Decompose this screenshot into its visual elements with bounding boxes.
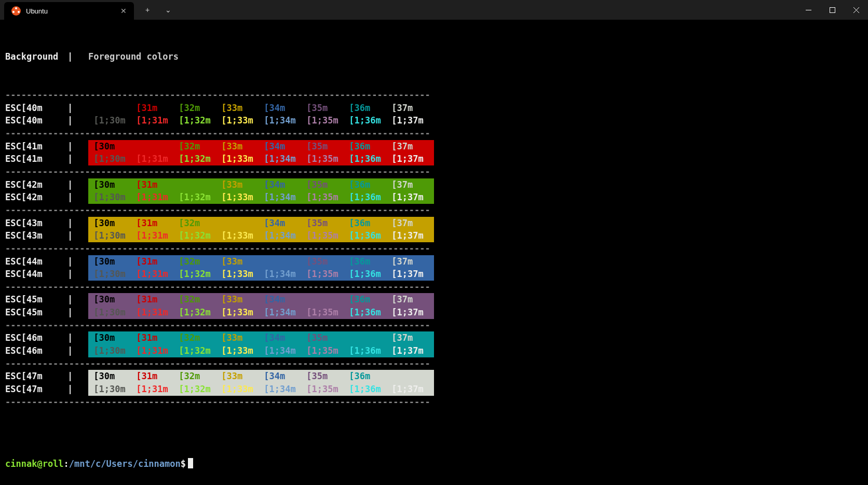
minimize-button[interactable] [796, 0, 820, 20]
fg-code-cell: [37m [391, 331, 434, 344]
new-tab-button[interactable]: + [137, 0, 158, 20]
row-separator: | [67, 229, 88, 242]
fg-code-cell: [35m [306, 255, 349, 268]
fg-code-cell: [1;31m [136, 344, 179, 357]
fg-code-cell: [1;36m [349, 383, 391, 396]
fg-code-cell: [34m [264, 331, 306, 344]
fg-code-cell [391, 370, 434, 383]
fg-code-cell: [30m [93, 140, 136, 153]
maximize-button[interactable] [820, 0, 844, 20]
bg-code-label: ESC[40m [5, 114, 67, 127]
color-strip: [1;30m [1;31m [1;32m [1;33m [1;34m [1;35… [88, 383, 434, 396]
fg-code-cell: [32m [179, 255, 221, 268]
fg-code-cell: [1;34m [264, 383, 306, 396]
divider: ----------------------------------------… [5, 357, 863, 370]
fg-code-cell: [1;33m [221, 306, 264, 319]
fg-code-cell: [31m [136, 370, 179, 383]
fg-code-cell: [36m [349, 293, 391, 306]
color-row: ESC[47m| [1;30m [1;31m [1;32m [1;33m [1;… [5, 383, 863, 396]
fg-code-cell: [1;34m [264, 344, 306, 357]
fg-code-cell: [36m [349, 370, 391, 383]
prompt-path: /mnt/c/Users/cinnamon [69, 459, 181, 469]
divider: ----------------------------------------… [5, 165, 863, 178]
fg-code-cell: [37m [391, 293, 434, 306]
color-row: ESC[43m| [30m [31m [32m [34m [35m [36m [… [5, 217, 863, 230]
row-separator: | [67, 153, 88, 165]
color-strip: [30m [31m [32m [33m [34m [35m [36m [88, 370, 434, 383]
close-button[interactable] [844, 0, 868, 20]
color-row: ESC[44m| [30m [31m [32m [33m [35m [36m [… [5, 255, 863, 268]
fg-code-cell: [1;37m [391, 114, 434, 127]
row-separator: | [67, 114, 88, 127]
fg-code-cell [306, 293, 349, 306]
color-row: ESC[40m| [1;30m [1;31m [1;32m [1;33m [1;… [5, 114, 863, 127]
fg-code-cell: [1;33m [221, 344, 264, 357]
fg-code-cell: [1;37m [391, 191, 434, 204]
fg-code-cell: [36m [349, 140, 391, 153]
divider: ----------------------------------------… [5, 281, 863, 294]
color-row: ESC[46m| [1;30m [1;31m [1;32m [1;33m [1;… [5, 344, 863, 357]
fg-code-cell [349, 331, 391, 344]
fg-code-cell: [35m [306, 140, 349, 153]
header-foreground-label: Foreground colors [88, 50, 179, 63]
fg-code-cell: [1;34m [264, 191, 306, 204]
color-strip: [1;30m [1;31m [1;32m [1;33m [1;34m [1;35… [88, 114, 434, 127]
bg-code-label: ESC[42m [5, 178, 67, 191]
prompt-user-host: cinnak@roll [5, 459, 64, 469]
fg-code-cell: [30m [93, 331, 136, 344]
fg-code-cell: [37m [391, 178, 434, 191]
row-separator: | [67, 140, 88, 153]
color-row: ESC[45m| [30m [31m [32m [33m [34m [36m [… [5, 293, 863, 306]
color-row: ESC[41m| [30m [32m [33m [34m [35m [36m [… [5, 140, 863, 153]
tab-dropdown-button[interactable]: ⌄ [158, 0, 179, 20]
fg-code-cell: [36m [349, 217, 391, 230]
color-row: ESC[46m| [30m [31m [32m [33m [34m [35m [… [5, 331, 863, 344]
fg-code-cell: [37m [391, 140, 434, 153]
fg-code-cell [179, 178, 221, 191]
row-separator: | [67, 102, 88, 115]
fg-code-cell: [1;30m [93, 153, 136, 165]
prompt-dollar: $ [181, 459, 186, 469]
row-separator: | [67, 306, 88, 319]
terminal-output[interactable]: Background | Foreground colors ---------… [0, 20, 868, 485]
fg-code-cell: [1;36m [349, 344, 391, 357]
fg-code-cell: [1;31m [136, 191, 179, 204]
fg-code-cell: [33m [221, 140, 264, 153]
fg-code-cell: [36m [349, 178, 391, 191]
fg-code-cell: [1;31m [136, 229, 179, 242]
fg-code-cell: [1;32m [179, 344, 221, 357]
tab-actions: + ⌄ [134, 0, 182, 20]
prompt-line: cinnak@roll:/mnt/c/Users/cinnamon$ [5, 458, 863, 470]
fg-code-cell: [1;35m [306, 344, 349, 357]
fg-code-cell: [33m [221, 178, 264, 191]
color-row: ESC[43m| [1;30m [1;31m [1;32m [1;33m [1;… [5, 229, 863, 242]
bg-code-label: ESC[46m [5, 344, 67, 357]
cursor [188, 458, 193, 468]
fg-code-cell: [31m [136, 331, 179, 344]
fg-code-cell: [1;32m [179, 306, 221, 319]
header-row: Background | Foreground colors [5, 50, 863, 63]
tab-ubuntu[interactable]: Ubuntu ✕ [4, 2, 134, 20]
fg-code-cell: [35m [306, 217, 349, 230]
row-separator: | [67, 217, 88, 230]
row-separator: | [67, 293, 88, 306]
fg-code-cell: [36m [349, 102, 391, 115]
fg-code-cell: [30m [93, 370, 136, 383]
header-separator: | [67, 50, 88, 63]
fg-code-cell: [31m [136, 255, 179, 268]
bg-code-label: ESC[42m [5, 191, 67, 204]
fg-code-cell: [1;30m [93, 191, 136, 204]
color-strip: [31m [32m [33m [34m [35m [36m [37m [88, 102, 434, 115]
color-strip: [30m [31m [32m [33m [34m [35m [37m [88, 331, 434, 344]
fg-code-cell: [1;36m [349, 268, 391, 281]
svg-rect-0 [830, 7, 835, 12]
fg-code-cell: [1;33m [221, 191, 264, 204]
fg-code-cell: [1;36m [349, 114, 391, 127]
fg-code-cell: [35m [306, 102, 349, 115]
fg-code-cell: [1;32m [179, 268, 221, 281]
divider: ----------------------------------------… [5, 319, 863, 332]
fg-code-cell: [1;37m [391, 268, 434, 281]
bg-code-label: ESC[43m [5, 229, 67, 242]
tab-close-button[interactable]: ✕ [118, 7, 129, 15]
prompt-colon: : [64, 459, 69, 469]
